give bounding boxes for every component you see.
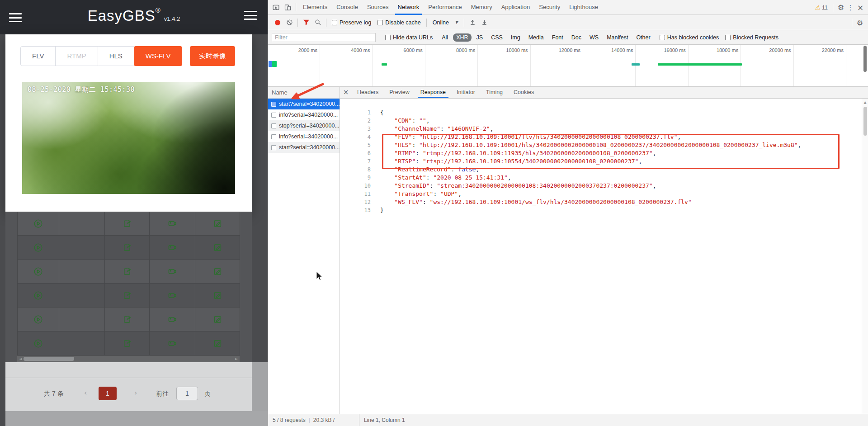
record-network-log-icon[interactable]	[275, 20, 280, 25]
share-button[interactable]	[105, 284, 150, 308]
share-button[interactable]	[105, 308, 150, 331]
close-request-detail-icon[interactable]: ×	[340, 87, 352, 98]
prev-page-button[interactable]: ‹	[84, 388, 87, 397]
request-row[interactable]: start?serial=34020000...	[268, 99, 340, 109]
share-button[interactable]	[105, 331, 150, 355]
camera-button[interactable]	[150, 212, 195, 236]
play-circle-button[interactable]	[18, 331, 59, 355]
play-circle-button[interactable]	[18, 308, 59, 331]
stream-tab-hls[interactable]: HLS	[98, 46, 134, 66]
goto-page-input[interactable]	[176, 387, 198, 400]
devtools-tab-elements[interactable]: Elements	[298, 0, 332, 15]
camera-button[interactable]	[150, 284, 195, 308]
devtools-tab-performance[interactable]: Performance	[424, 0, 466, 15]
camera-button[interactable]	[150, 331, 195, 355]
table-row	[17, 284, 240, 308]
close-devtools-icon[interactable]: ×	[854, 3, 866, 12]
indent	[380, 125, 394, 132]
blocked-requests-checkbox[interactable]: Blocked Requests	[725, 34, 778, 41]
filter-type-media[interactable]: Media	[525, 33, 547, 42]
camera-button[interactable]	[150, 236, 195, 260]
edit-button[interactable]	[195, 308, 240, 331]
response-scrollbar[interactable]: ▲	[862, 99, 868, 414]
filter-type-manifest[interactable]: Manifest	[604, 33, 631, 42]
play-circle-button[interactable]	[18, 212, 59, 236]
filter-type-css[interactable]: CSS	[488, 33, 506, 42]
request-row[interactable]: info?serial=34020000...	[268, 131, 340, 142]
network-overview-timeline[interactable]: 2000 ms4000 ms6000 ms8000 ms10000 ms1200…	[268, 45, 868, 87]
filter-type-js[interactable]: JS	[473, 33, 486, 42]
edit-button[interactable]	[195, 212, 240, 236]
scrollbar-thumb[interactable]	[24, 357, 74, 361]
stream-tab-flv[interactable]: FLV	[20, 46, 56, 66]
preserve-log-checkbox[interactable]: Preserve log	[332, 19, 371, 26]
inspect-icon[interactable]	[270, 0, 282, 14]
table-horizontal-scrollbar[interactable]: ◄ ►	[17, 356, 240, 362]
current-page-button[interactable]: 1	[99, 387, 117, 400]
response-tab-timing[interactable]: Timing	[481, 87, 508, 98]
edit-button[interactable]	[195, 236, 240, 260]
checkbox-icon	[385, 35, 391, 40]
request-table-header[interactable]: Name	[268, 87, 340, 99]
kebab-menu-icon[interactable]: ⋮	[846, 4, 854, 12]
settings-gear-icon[interactable]: ⚙	[835, 3, 846, 12]
disable-cache-checkbox[interactable]: Disable cache	[377, 19, 421, 26]
export-har-icon[interactable]	[478, 15, 490, 30]
filter-type-xhr[interactable]: XHR	[453, 33, 471, 42]
response-tab-initiator[interactable]: Initiator	[451, 87, 481, 98]
clear-network-log-icon[interactable]	[283, 15, 295, 30]
import-har-icon[interactable]	[467, 15, 478, 30]
devtools-tab-lighthouse[interactable]: Lighthouse	[565, 0, 603, 15]
edit-button[interactable]	[195, 284, 240, 308]
devtools-tab-security[interactable]: Security	[534, 0, 565, 15]
stream-tab-ws-flv[interactable]: WS-FLV	[134, 46, 183, 66]
filter-type-img[interactable]: Img	[508, 33, 524, 42]
share-button[interactable]	[105, 236, 150, 260]
realtime-record-button[interactable]: 实时录像	[190, 46, 235, 66]
response-tab-headers[interactable]: Headers	[352, 87, 384, 98]
next-page-button[interactable]: ›	[134, 388, 137, 397]
devtools-tab-network[interactable]: Network	[393, 0, 424, 15]
has-blocked-cookies-checkbox[interactable]: Has blocked cookies	[660, 34, 719, 41]
throttling-select[interactable]: Online ▼	[433, 19, 458, 26]
filter-type-all[interactable]: All	[439, 33, 451, 42]
response-tab-cookies[interactable]: Cookies	[508, 87, 539, 98]
scroll-up-icon[interactable]: ▲	[862, 100, 868, 104]
play-circle-button[interactable]	[18, 260, 59, 284]
search-icon[interactable]	[312, 15, 324, 30]
play-circle-button[interactable]	[18, 284, 59, 308]
devtools-tab-memory[interactable]: Memory	[467, 0, 497, 15]
filter-type-other[interactable]: Other	[633, 33, 653, 42]
camera-button[interactable]	[150, 308, 195, 331]
play-circle-button[interactable]	[18, 236, 59, 260]
scroll-left-icon[interactable]: ◄	[17, 356, 24, 362]
video-player[interactable]: 08-25-2020 星期二 15:45:30	[22, 82, 235, 194]
overview-scrollbar-thumb[interactable]	[863, 46, 867, 72]
response-scrollbar-thumb[interactable]	[863, 107, 867, 136]
devtools-tab-application[interactable]: Application	[497, 0, 535, 15]
request-row[interactable]: info?serial=34020000...	[268, 109, 340, 120]
response-tab-preview[interactable]: Preview	[384, 87, 415, 98]
filter-input[interactable]	[272, 33, 376, 42]
request-row[interactable]: stop?serial=34020000...	[268, 120, 340, 131]
stream-tab-rtmp[interactable]: RTMP	[55, 46, 98, 66]
request-row[interactable]: start?serial=34020000...	[268, 142, 340, 153]
devtools-tab-console[interactable]: Console	[332, 0, 363, 15]
devtools-tab-sources[interactable]: Sources	[363, 0, 393, 15]
response-tab-response[interactable]: Response	[415, 87, 451, 98]
network-settings-gear-icon[interactable]: ⚙	[854, 19, 865, 27]
share-button[interactable]	[105, 260, 150, 284]
issues-warning-badge[interactable]: ⚠ 11	[815, 4, 828, 11]
scroll-right-icon[interactable]: ►	[233, 356, 240, 362]
menu-icon-right[interactable]	[244, 11, 257, 20]
edit-button[interactable]	[195, 331, 240, 355]
filter-type-font[interactable]: Font	[549, 33, 566, 42]
filter-funnel-icon[interactable]	[300, 15, 312, 30]
filter-type-ws[interactable]: WS	[586, 33, 602, 42]
edit-button[interactable]	[195, 260, 240, 284]
share-button[interactable]	[105, 212, 150, 236]
camera-button[interactable]	[150, 260, 195, 284]
device-toolbar-icon[interactable]	[282, 0, 293, 14]
filter-type-doc[interactable]: Doc	[568, 33, 585, 42]
hide-data-urls-checkbox[interactable]: Hide data URLs	[385, 34, 433, 41]
